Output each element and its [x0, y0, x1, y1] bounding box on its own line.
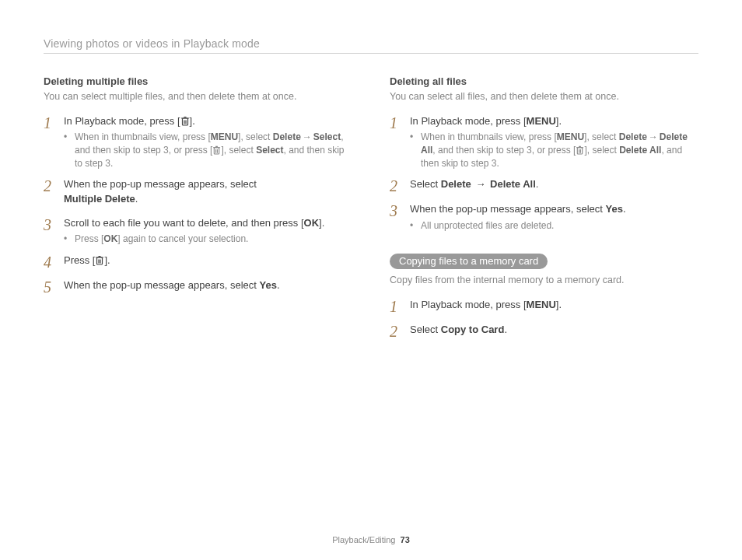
step-body: In Playback mode, press []. • When in th…: [64, 114, 352, 170]
trash-icon: [212, 145, 221, 155]
ok-icon: OK: [304, 217, 320, 229]
step-body: In Playback mode, press [MENU].: [410, 298, 698, 315]
text: Press [: [75, 233, 103, 244]
menu-icon: MENU: [557, 131, 584, 142]
text: Press [: [64, 254, 95, 266]
svg-rect-2: [97, 257, 103, 264]
page-number: 73: [401, 535, 410, 544]
text: ], select: [584, 145, 619, 156]
ok-icon: OK: [103, 233, 117, 244]
bold-text: Yes: [605, 203, 622, 215]
text: .: [277, 279, 280, 291]
step-body: Press [].: [64, 254, 352, 271]
text: ], select: [238, 131, 273, 142]
menu-icon: MENU: [527, 299, 556, 310]
trash-icon: [180, 116, 190, 126]
text: All unprotected files are deleted.: [421, 219, 698, 233]
step-body: When the pop-up message appears, select …: [64, 177, 352, 208]
svg-rect-0: [182, 118, 187, 125]
text: , and then skip to step 3, or press [: [432, 145, 576, 156]
step-body: In Playback mode, press [MENU]. • When i…: [410, 114, 698, 170]
intro-text: You can select multiple files, and then …: [44, 90, 352, 103]
step-number: 1: [390, 298, 410, 315]
text: When the pop-up message appears, select: [64, 178, 257, 190]
bold-text: Copy to Card: [441, 324, 505, 335]
step-number: 4: [44, 254, 64, 271]
text: Scroll to each file you want to delete, …: [64, 217, 304, 229]
step-number: 2: [390, 177, 410, 194]
text: ].: [556, 299, 562, 310]
trash-icon: [576, 145, 584, 155]
step-number: 2: [390, 323, 410, 340]
step-number: 5: [44, 278, 64, 296]
bold-text: Delete: [273, 131, 301, 142]
step-3: 3 Scroll to each file you want to delete…: [44, 216, 352, 246]
text: ] again to cancel your selection.: [117, 233, 248, 244]
sub-bullet: • All unprotected files are deleted.: [410, 219, 698, 233]
text: Select: [410, 324, 441, 335]
text: ].: [319, 217, 324, 229]
text: ].: [556, 115, 562, 127]
text: Select: [410, 178, 441, 190]
text: ], select: [221, 145, 256, 156]
step-number: 1: [390, 114, 410, 170]
step-2: 2 When the pop-up message appears, selec…: [44, 177, 352, 208]
bold-text: Select: [256, 145, 283, 156]
bold-text: Delete All: [490, 178, 536, 190]
two-columns: Deleting multiple files You can select m…: [44, 75, 698, 529]
step-2: 2 Select Delete → Delete All.: [390, 177, 698, 194]
text: When the pop-up message appears, select: [64, 279, 259, 291]
text: In Playback mode, press [: [64, 115, 180, 127]
step-number: 1: [44, 114, 64, 170]
menu-icon: MENU: [527, 115, 556, 127]
sub-bullet: • When in thumbnails view, press [MENU],…: [64, 131, 352, 170]
text: In Playback mode, press [: [410, 299, 527, 310]
copy-step-2: 2 Select Copy to Card.: [390, 323, 698, 340]
step-4: 4 Press [].: [44, 254, 352, 271]
svg-rect-3: [578, 148, 583, 154]
step-1: 1 In Playback mode, press []. • When in …: [44, 114, 352, 170]
subheading-deleting-multiple: Deleting multiple files: [44, 75, 352, 87]
copy-step-1: 1 In Playback mode, press [MENU].: [390, 298, 698, 315]
text: .: [536, 178, 539, 190]
arrow-right-icon: →: [474, 177, 487, 191]
text: .: [504, 324, 507, 335]
subheading-deleting-all: Deleting all files: [390, 75, 698, 87]
bold-text: Delete All: [619, 145, 661, 156]
page: Viewing photos or videos in Playback mod…: [0, 0, 742, 560]
text: ].: [104, 254, 110, 266]
step-5: 5 When the pop-up message appears, selec…: [44, 278, 352, 296]
sub-bullet: • Press [OK] again to cancel your select…: [64, 233, 352, 246]
step-number: 3: [44, 216, 64, 246]
sub-bullet: • When in thumbnails view, press [MENU],…: [410, 131, 698, 170]
bold-text: Multiple Delete.: [64, 192, 352, 206]
trash-icon: [95, 255, 104, 265]
svg-rect-1: [215, 148, 219, 154]
running-header: Viewing photos or videos in Playback mod…: [44, 37, 698, 54]
step-3: 3 When the pop-up message appears, selec…: [390, 202, 698, 232]
step-body: When the pop-up message appears, select …: [410, 202, 698, 232]
step-number: 2: [44, 177, 64, 208]
text: When in thumbnails view, press [: [421, 131, 557, 142]
step-1: 1 In Playback mode, press [MENU]. • When…: [390, 114, 698, 170]
step-body: Select Copy to Card.: [410, 323, 698, 340]
footer-section: Playback/Editing: [332, 535, 395, 544]
bold-text: Delete: [619, 131, 647, 142]
left-column: Deleting multiple files You can select m…: [44, 75, 352, 529]
text: In Playback mode, press [: [410, 115, 527, 127]
step-body: When the pop-up message appears, select …: [64, 278, 352, 296]
step-number: 3: [390, 202, 410, 232]
arrow-right-icon: →: [647, 131, 660, 144]
step-body: Select Delete → Delete All.: [410, 177, 698, 194]
arrow-right-icon: →: [301, 131, 313, 144]
step-body: Scroll to each file you want to delete, …: [64, 216, 352, 246]
right-column: Deleting all files You can select all fi…: [390, 75, 698, 529]
text: When in thumbnails view, press [: [75, 131, 211, 142]
footer: Playback/Editing 73: [44, 529, 698, 544]
text: .: [623, 203, 626, 215]
intro-text: Copy files from the internal memory to a…: [390, 274, 698, 287]
pill-heading-copying: Copying files to a memory card: [390, 254, 548, 269]
bold-text: Select: [313, 131, 341, 142]
intro-text: You can select all files, and then delet…: [390, 90, 698, 103]
bold-text: Yes: [259, 279, 276, 291]
